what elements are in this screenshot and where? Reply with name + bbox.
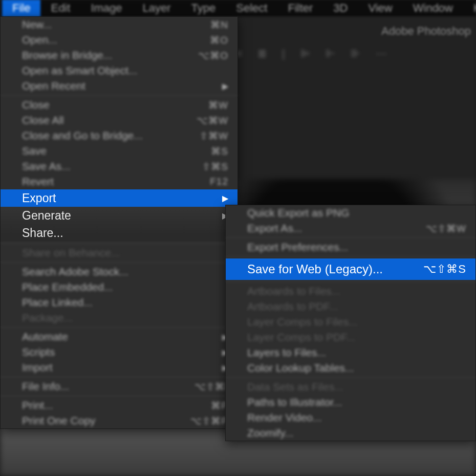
menu-item[interactable]: Search Adobe Stock... <box>1 264 237 279</box>
menu-item-shortcut: ⇧⌘W <box>200 130 228 142</box>
menu-item-label: Close <box>22 99 208 111</box>
menu-item-label: Layers to Files... <box>247 347 466 359</box>
menu-item[interactable]: Share... <box>1 224 237 242</box>
menu-item[interactable]: Export As...⌥⇧⌘W <box>226 221 475 236</box>
menu-item-label: New... <box>22 18 210 31</box>
menu-item-label: Search Adobe Stock... <box>22 266 228 278</box>
options-bar: ≡≣|⊫⊩⊪⋯ <box>235 41 476 67</box>
menu-item[interactable]: Open as Smart Object... <box>1 63 237 78</box>
menu-item-shortcut: ⌥⇧⌘P <box>190 415 228 427</box>
menu-item-label: Place Embedded... <box>22 281 228 293</box>
menu-item-label: Export <box>22 191 222 205</box>
menu-item-label: Print... <box>22 399 211 412</box>
menu-item-shortcut: ⇧⌘S <box>202 161 228 172</box>
menu-separator <box>1 377 237 377</box>
menu-item[interactable]: Save As...⇧⌘S <box>1 159 237 174</box>
menu-item[interactable]: Color Lookup Tables... <box>226 360 475 376</box>
menu-item-label: Save for Web (Legacy)... <box>247 262 423 276</box>
menu-item-label: Export Preferences... <box>247 241 466 253</box>
menubar-item-3d[interactable]: 3D <box>323 0 358 17</box>
menu-item-label: Artboards to PDF... <box>247 300 466 313</box>
menu-item-label: Export As... <box>247 222 426 234</box>
menu-item[interactable]: Place Embedded... <box>1 279 237 295</box>
menubar-item-file[interactable]: File <box>2 0 40 17</box>
menu-item-label: Data Sets as Files... <box>247 381 466 393</box>
menu-item[interactable]: Open...⌘O <box>1 32 237 48</box>
menubar-item-layer[interactable]: Layer <box>133 0 181 17</box>
menu-item-shortcut: ⌥⇧⌘I <box>194 381 228 393</box>
menu-item-shortcut: ⌘S <box>211 145 228 157</box>
menu-focused-group: Export▶Generate▶Share... <box>1 189 237 242</box>
menu-item-label: File Info... <box>22 380 194 393</box>
menu-item-label: Layer Comps to Files... <box>247 316 466 328</box>
menu-item[interactable]: Browse in Bridge...⌥⌘O <box>1 48 237 63</box>
menu-separator <box>226 282 475 282</box>
menu-item[interactable]: Automate▶ <box>1 329 237 344</box>
menu-item[interactable]: Layers to Files... <box>226 345 475 360</box>
menu-item-label: Zoomify... <box>247 427 466 439</box>
menubar-item-select[interactable]: Select <box>226 0 277 17</box>
menu-item[interactable]: Print One Copy⌥⇧⌘P <box>1 413 237 428</box>
menu-item-label: Render Video... <box>247 412 466 424</box>
menu-item[interactable]: Export▶ <box>1 189 237 207</box>
menu-item: Package... <box>1 310 237 326</box>
menubar-item-window[interactable]: Window <box>403 0 463 17</box>
menu-item-label: Share on Behance... <box>22 247 228 259</box>
menu-item[interactable]: Paths to Illustrator... <box>226 395 475 410</box>
menu-item[interactable]: Zoomify... <box>226 425 475 441</box>
menu-item[interactable]: Place Linked... <box>1 295 237 310</box>
menubar-item-help[interactable]: Help <box>463 0 476 17</box>
menubar-item-filter[interactable]: Filter <box>277 0 323 17</box>
menu-item-label: Package... <box>22 312 228 324</box>
export-submenu: Quick Export as PNGExport As...⌥⇧⌘WExpor… <box>225 205 476 441</box>
menu-item[interactable]: Render Video... <box>226 410 475 425</box>
menu-item-label: Artboards to Files... <box>247 285 466 297</box>
menu-item-label: Open as Smart Object... <box>22 64 228 77</box>
menu-item[interactable]: New...⌘N <box>1 17 237 32</box>
menubar-item-image[interactable]: Image <box>80 0 132 17</box>
menu-item-shortcut: F12 <box>210 176 228 187</box>
menu-item: Data Sets as Files... <box>226 379 475 395</box>
menu-item-label: Import <box>22 361 222 374</box>
menu-item-label: Save As... <box>22 160 202 172</box>
menu-item[interactable]: Close⌘W <box>1 97 237 113</box>
menu-item[interactable]: Close All⌥⌘W <box>1 113 237 128</box>
file-menu: New...⌘NOpen...⌘OBrowse in Bridge...⌥⌘OO… <box>0 16 238 429</box>
menu-separator <box>1 327 237 328</box>
menu-item: Share on Behance... <box>1 245 237 261</box>
menu-item-label: Layer Comps to PDF... <box>247 331 466 343</box>
menu-item[interactable]: Save⌘S <box>1 143 237 159</box>
menu-item[interactable]: Close and Go to Bridge...⇧⌘W <box>1 128 237 143</box>
menu-item[interactable]: Open Recent▶ <box>1 78 237 94</box>
menu-item-label: Revert <box>22 176 210 188</box>
menu-separator <box>1 95 237 96</box>
menu-item-label: Quick Export as PNG <box>247 207 466 219</box>
menu-item-label: Open... <box>22 34 210 46</box>
menu-item[interactable]: Scripts▶ <box>1 344 237 360</box>
menu-item[interactable]: Print...⌘P <box>1 398 237 413</box>
menubar-item-view[interactable]: View <box>358 0 402 17</box>
menu-item-label: Automate <box>22 331 222 343</box>
menu-item[interactable]: Export Preferences... <box>226 240 475 255</box>
menu-item[interactable]: Generate▶ <box>1 207 237 224</box>
menu-item-label: Open Recent <box>22 80 222 92</box>
menu-item-shortcut: ⌥⌘W <box>197 115 228 126</box>
app-title: Adobe Photoshop <box>381 25 471 38</box>
menu-item-label: Save <box>22 145 211 157</box>
menu-item-label: Paths to Illustrator... <box>247 396 466 408</box>
menu-item[interactable]: RevertF12 <box>1 174 237 189</box>
menu-item[interactable]: Import▶ <box>1 360 237 375</box>
menu-item-label: Browse in Bridge... <box>22 49 198 61</box>
menubar-item-edit[interactable]: Edit <box>40 0 80 17</box>
menu-item-shortcut: ⌥⇧⌘W <box>426 223 466 234</box>
menu-item-shortcut: ⌥⇧⌘S <box>423 263 466 276</box>
menu-item-save-for-web[interactable]: Save for Web (Legacy)...⌥⇧⌘S <box>226 258 475 280</box>
menu-separator <box>1 262 237 263</box>
menu-item-shortcut: ⌥⌘O <box>198 50 228 61</box>
menu-item[interactable]: Quick Export as PNG <box>226 205 475 221</box>
menubar: File Edit Image Layer Type Select Filter… <box>0 0 476 16</box>
menu-item-label: Scripts <box>22 346 222 358</box>
menubar-item-type[interactable]: Type <box>181 0 226 17</box>
menu-item[interactable]: File Info...⌥⇧⌘I <box>1 379 237 394</box>
menu-item-shortcut: ⌘N <box>210 19 228 31</box>
